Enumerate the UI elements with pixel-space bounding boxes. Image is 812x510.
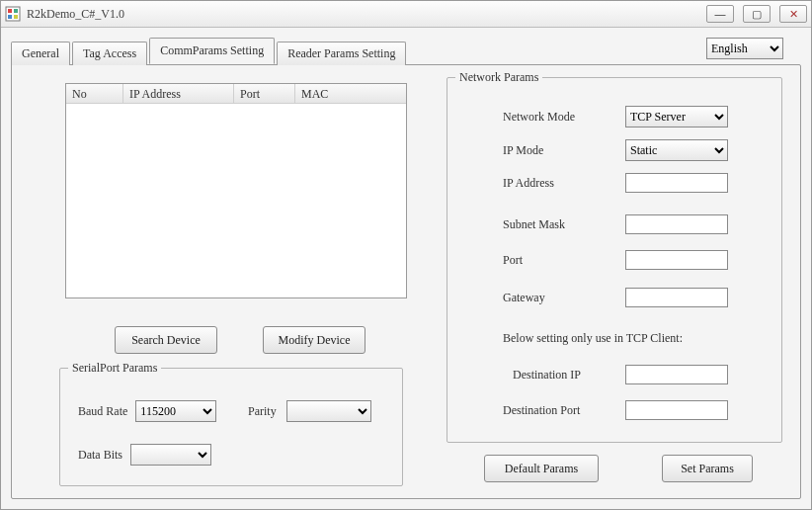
maximize-button[interactable]: ▢	[743, 5, 771, 23]
baud-rate-select[interactable]: 115200	[135, 400, 216, 422]
destination-ip-input[interactable]	[625, 365, 728, 384]
data-bits-select[interactable]	[130, 444, 211, 466]
destination-ip-label: Destination IP	[513, 368, 625, 382]
titlebar: R2kDemo_C#_V1.0 — ▢ ✕	[1, 1, 811, 28]
col-header-port[interactable]: Port	[234, 84, 295, 103]
tab-reader-params[interactable]: Reader Params Setting	[277, 42, 406, 65]
default-params-button[interactable]: Default Params	[484, 455, 599, 482]
baud-rate-label: Baud Rate	[78, 404, 127, 419]
network-legend: Network Params	[455, 70, 542, 85]
port-input[interactable]	[625, 250, 728, 270]
ip-mode-label: IP Mode	[503, 143, 625, 158]
device-table[interactable]: No IP Address Port MAC	[65, 83, 407, 298]
databits-row: Data Bits	[78, 444, 211, 466]
subnet-mask-label: Subnet Mask	[503, 217, 625, 232]
device-table-header: No IP Address Port MAC	[66, 84, 406, 104]
ip-mode-row: IP Mode Static	[503, 139, 728, 161]
app-window: R2kDemo_C#_V1.0 — ▢ ✕ English General Ta…	[0, 0, 812, 510]
gateway-row: Gateway	[503, 288, 728, 307]
destination-port-input[interactable]	[625, 400, 728, 420]
network-mode-label: Network Mode	[503, 110, 625, 125]
svg-rect-4	[14, 15, 18, 19]
tcp-client-note: Below setting only use in TCP Client:	[503, 331, 683, 346]
subnet-mask-input[interactable]	[625, 214, 728, 234]
window-title: R2kDemo_C#_V1.0	[27, 7, 124, 22]
destination-ip-row: Destination IP	[513, 365, 728, 384]
tab-page-comm-params: No IP Address Port MAC Search Device Mod…	[11, 64, 801, 499]
tab-control: General Tag Access CommParams Setting Re…	[11, 38, 801, 499]
app-icon	[5, 6, 21, 22]
tab-general[interactable]: General	[11, 42, 70, 65]
parity-row: Parity	[248, 400, 371, 422]
ip-mode-select[interactable]: Static	[625, 139, 728, 161]
modify-device-button[interactable]: Modify Device	[263, 326, 365, 354]
destination-port-label: Destination Port	[503, 403, 625, 418]
gateway-label: Gateway	[503, 291, 625, 305]
tab-comm-params[interactable]: CommParams Setting	[149, 38, 275, 64]
port-label: Port	[503, 253, 625, 268]
destination-port-row: Destination Port	[503, 400, 728, 420]
set-params-button[interactable]: Set Params	[662, 455, 753, 482]
subnet-mask-row: Subnet Mask	[503, 214, 728, 234]
baud-row: Baud Rate 115200	[78, 400, 216, 422]
gateway-input[interactable]	[625, 288, 728, 307]
network-params-group: Network Params Network Mode TCP Server I…	[447, 77, 782, 443]
port-row: Port	[503, 250, 728, 270]
svg-rect-1	[8, 9, 12, 13]
network-mode-row: Network Mode TCP Server	[503, 106, 728, 128]
tab-tag-access[interactable]: Tag Access	[72, 42, 147, 65]
col-header-mac[interactable]: MAC	[295, 84, 406, 103]
serialport-legend: SerialPort Params	[68, 361, 161, 376]
svg-rect-2	[14, 9, 18, 13]
col-header-ip[interactable]: IP Address	[123, 84, 234, 103]
parity-select[interactable]	[286, 400, 371, 422]
search-device-button[interactable]: Search Device	[115, 326, 217, 354]
data-bits-label: Data Bits	[78, 448, 122, 463]
tab-row: General Tag Access CommParams Setting Re…	[11, 38, 801, 64]
network-mode-select[interactable]: TCP Server	[625, 106, 728, 128]
client-area: English General Tag Access CommParams Se…	[1, 28, 811, 509]
serialport-params-group: SerialPort Params Baud Rate 115200 Parit…	[59, 368, 403, 486]
minimize-button[interactable]: —	[706, 5, 734, 23]
col-header-no[interactable]: No	[66, 84, 123, 103]
svg-rect-3	[8, 15, 12, 19]
close-button[interactable]: ✕	[779, 5, 807, 23]
ip-address-input[interactable]	[625, 173, 728, 193]
ip-address-row: IP Address	[503, 173, 728, 193]
ip-address-label: IP Address	[503, 176, 625, 191]
parity-label: Parity	[248, 404, 277, 419]
